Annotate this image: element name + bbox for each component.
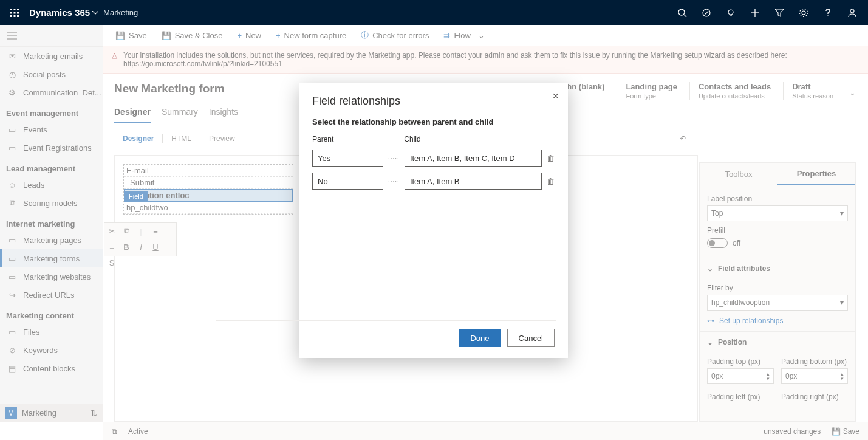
relationship-row: No ····· Item A, Item B 🗑: [312, 173, 555, 190]
delete-icon[interactable]: 🗑: [547, 177, 555, 186]
svg-point-16: [802, 11, 805, 15]
connector-icon: ·····: [388, 155, 400, 162]
close-icon[interactable]: ✕: [552, 91, 559, 101]
svg-point-17: [800, 9, 808, 16]
top-icons: [670, 0, 864, 25]
help-icon[interactable]: [816, 0, 840, 25]
cancel-button[interactable]: Cancel: [507, 329, 555, 347]
module-name[interactable]: Marketing: [103, 8, 138, 17]
user-icon[interactable]: [840, 0, 864, 25]
relationship-row: Yes ····· Item A, Item B, Item C, Item D…: [312, 150, 555, 167]
svg-point-19: [850, 9, 854, 13]
svg-point-12: [728, 10, 733, 15]
filter-icon[interactable]: [767, 0, 791, 25]
svg-point-9: [678, 9, 685, 15]
gear-icon[interactable]: [791, 0, 816, 25]
svg-rect-6: [10, 15, 12, 17]
brand-name[interactable]: Dynamics 365: [29, 7, 90, 18]
child-input[interactable]: Item A, Item B, Item C, Item D: [405, 150, 542, 167]
delete-icon[interactable]: 🗑: [547, 154, 555, 163]
svg-line-10: [684, 15, 686, 17]
done-button[interactable]: Done: [459, 329, 501, 347]
svg-point-18: [827, 15, 829, 16]
connector-icon: ·····: [388, 178, 400, 185]
child-input[interactable]: Item A, Item B: [405, 173, 542, 190]
search-icon[interactable]: [670, 0, 694, 25]
child-label: Child: [404, 135, 540, 143]
svg-rect-4: [14, 12, 16, 13]
task-icon[interactable]: [694, 0, 719, 25]
bulb-icon[interactable]: [719, 0, 743, 25]
svg-rect-2: [17, 9, 19, 10]
chevron-down-icon[interactable]: [92, 11, 98, 15]
svg-rect-7: [14, 15, 16, 17]
dialog-title: Field relationships: [312, 95, 555, 108]
svg-rect-3: [10, 12, 12, 13]
app-launcher-icon[interactable]: [4, 0, 26, 25]
field-relationships-dialog: Field relationships ✕ Select the relatio…: [299, 83, 568, 358]
plus-icon[interactable]: [743, 0, 767, 25]
parent-input[interactable]: Yes: [312, 150, 383, 167]
svg-rect-5: [17, 12, 19, 13]
dialog-subtitle: Select the relationship between parent a…: [312, 117, 555, 126]
parent-input[interactable]: No: [312, 173, 383, 190]
top-nav: Dynamics 365 Marketing: [0, 0, 868, 25]
svg-rect-1: [14, 9, 16, 10]
svg-rect-0: [10, 9, 12, 10]
svg-rect-8: [17, 15, 19, 17]
parent-label: Parent: [312, 135, 383, 143]
